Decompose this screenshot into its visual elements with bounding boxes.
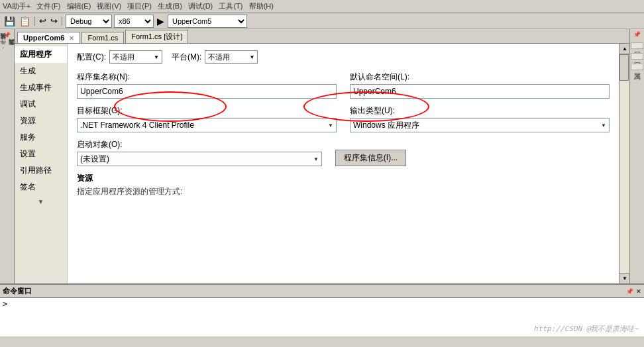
nav-item-services[interactable]: 服务 [15, 129, 67, 146]
bottom-tab-bar: 命令窗口 📌 ✕ [0, 285, 644, 298]
sidebar-scroll-label[interactable]: 件，将某项加到工具 [0, 41, 16, 52]
tab-bar: UpperCom6 ✕ Form1.cs Form1.cs [设计] [15, 29, 629, 44]
right-panel: 📌 属 层 属 [629, 29, 644, 283]
nav-item-ref-paths[interactable]: 引用路径 [15, 162, 67, 179]
platform-label: 平台(M): [172, 52, 201, 63]
right-panel-pin[interactable]: 📌 [633, 30, 641, 38]
tab-form1cs[interactable]: Form1.cs [81, 32, 124, 43]
nav-item-signing[interactable]: 签名 [15, 179, 67, 195]
toolbar-icon-1[interactable]: 💾 [3, 15, 17, 27]
default-namespace-group: 默认命名空间(L): [350, 72, 610, 99]
target-framework-group: 目标框架(G): .NET Framework 4 Client Profile… [77, 105, 337, 132]
project-select[interactable]: UpperCom5 [168, 15, 247, 28]
command-prompt: > [3, 299, 7, 309]
startup-row: 启动对象(O): (未设置) ▼ 程序集信息(I)... [77, 139, 610, 166]
startup-object-label: 启动对象(O): [77, 139, 322, 150]
config-label: 配置(C): [77, 52, 106, 63]
right-panel-label-3[interactable]: 属 [631, 64, 643, 70]
nav-item-settings[interactable]: 设置 [15, 146, 67, 162]
bottom-tab-controls: 📌 ✕ [626, 288, 641, 295]
target-framework-dropdown[interactable]: .NET Framework 4 Client Profile ▼ [77, 118, 337, 132]
toolbar-row-1: 💾 📋 ↩ ↪ Debug x86 ▶ UpperCom5 [0, 13, 644, 29]
scrollbar-down-btn[interactable]: ▼ [619, 273, 630, 283]
content-area: UpperCom6 ✕ Form1.cs Form1.cs [设计] 应用程序 … [15, 29, 629, 283]
nav-item-application[interactable]: 应用程序 [15, 46, 67, 63]
nav-scroll-down[interactable]: ▼ [15, 198, 67, 205]
config-group: 配置(C): 不适用 ▼ [77, 50, 162, 64]
resources-section: 资源 指定应用程序资源的管理方式: [77, 173, 610, 197]
nav-item-build-events[interactable]: 生成事件 [15, 79, 67, 96]
config-dropdown[interactable]: 不适用 ▼ [109, 50, 162, 64]
props-panel: 应用程序 生成 生成事件 调试 资源 服务 设置 引用路径 签名 ▼ [15, 44, 629, 283]
tab-close-1[interactable]: ✕ [69, 35, 74, 42]
output-type-label: 输出类型(U): [350, 105, 610, 117]
output-type-dropdown[interactable]: Windows 应用程序 ▼ [350, 118, 610, 132]
bottom-panel: 命令窗口 📌 ✕ > http://CSDN @我不是萧海哇~ [0, 283, 644, 336]
debug-select[interactable]: Debug [66, 15, 112, 28]
toolbar-icon-3[interactable]: ↩ [38, 15, 48, 27]
output-type-group: 输出类型(U): Windows 应用程序 ▼ [350, 105, 610, 132]
scrollbar-up-btn[interactable]: ▲ [619, 44, 630, 54]
menu-bar: VA助手+ 文件(F) 编辑(E) 视图(V) 项目(P) 生成(B) 调试(D… [0, 0, 644, 13]
right-panel-label-2[interactable]: 层 [631, 53, 643, 60]
bottom-content: > http://CSDN @我不是萧海哇~ [0, 298, 644, 336]
startup-object-dropdown[interactable]: (未设置) ▼ [77, 152, 322, 166]
toolbar-icon-2[interactable]: 📋 [18, 15, 32, 27]
default-namespace-input[interactable] [350, 84, 610, 99]
assembly-name-group: 程序集名称(N): [77, 72, 337, 99]
startup-object-arrow: ▼ [313, 156, 319, 162]
nav-item-debug[interactable]: 调试 [15, 96, 67, 113]
tab-uppercom6[interactable]: UpperCom6 ✕ [17, 32, 80, 43]
scrollbar-track [619, 54, 629, 273]
platform-dropdown[interactable]: 不适用 ▼ [205, 50, 258, 64]
pin-icon[interactable]: 📌 [3, 30, 11, 40]
nav-item-resources[interactable]: 资源 [15, 113, 67, 129]
nav-item-build[interactable]: 生成 [15, 63, 67, 79]
right-scrollbar: ▲ ▼ [619, 44, 629, 283]
props-main-content: 配置(C): 不适用 ▼ 平台(M): 不适用 ▼ [68, 44, 619, 283]
bottom-panel-pin[interactable]: 📌 [626, 288, 633, 295]
far-left-sidebar: 📌 件，将某项加到工具 [0, 29, 15, 283]
output-type-arrow: ▼ [601, 123, 606, 128]
resources-title: 资源 [77, 173, 610, 184]
toolbar-icon-4[interactable]: ↪ [49, 15, 59, 27]
startup-object-group: 启动对象(O): (未设置) ▼ [77, 139, 322, 166]
name-namespace-row: 程序集名称(N): 默认命名空间(L): [77, 72, 610, 99]
right-panel-label-1[interactable]: 属 [631, 42, 643, 49]
config-dropdown-arrow: ▼ [154, 54, 159, 60]
assembly-name-input[interactable] [77, 84, 337, 99]
platform-select[interactable]: x86 [114, 15, 154, 28]
assembly-info-button[interactable]: 程序集信息(I)... [335, 150, 406, 166]
ide-main-body: 📌 件，将某项加到工具 UpperCom6 ✕ Form1.cs Form1.c… [0, 29, 644, 283]
tab-form1cs-design[interactable]: Form1.cs [设计] [125, 30, 188, 43]
bottom-tab-command[interactable]: 命令窗口 [3, 286, 32, 296]
props-nav: 应用程序 生成 生成事件 调试 资源 服务 设置 引用路径 签名 ▼ [15, 44, 68, 283]
target-framework-arrow: ▼ [328, 123, 333, 128]
scrollbar-thumb[interactable] [619, 54, 629, 81]
toolbar-icons: 💾 📋 ↩ ↪ [3, 15, 64, 27]
config-row: 配置(C): 不适用 ▼ 平台(M): 不适用 ▼ [77, 50, 610, 64]
platform-group: 平台(M): 不适用 ▼ [172, 50, 258, 64]
framework-output-row: 目标框架(G): .NET Framework 4 Client Profile… [77, 105, 610, 132]
assembly-info-group: 程序集信息(I)... [335, 150, 406, 166]
platform-dropdown-arrow: ▼ [249, 54, 254, 60]
default-namespace-label: 默认命名空间(L): [350, 72, 610, 83]
menu-placeholder: VA助手+ 文件(F) 编辑(E) 视图(V) 项目(P) 生成(B) 调试(D… [3, 1, 274, 11]
target-framework-label: 目标框架(G): [77, 105, 337, 117]
bottom-panel-close[interactable]: ✕ [636, 288, 641, 295]
watermark: http://CSDN @我不是萧海哇~ [533, 324, 639, 334]
resources-desc: 指定应用程序资源的管理方式: [77, 186, 610, 197]
assembly-name-label: 程序集名称(N): [77, 72, 337, 83]
